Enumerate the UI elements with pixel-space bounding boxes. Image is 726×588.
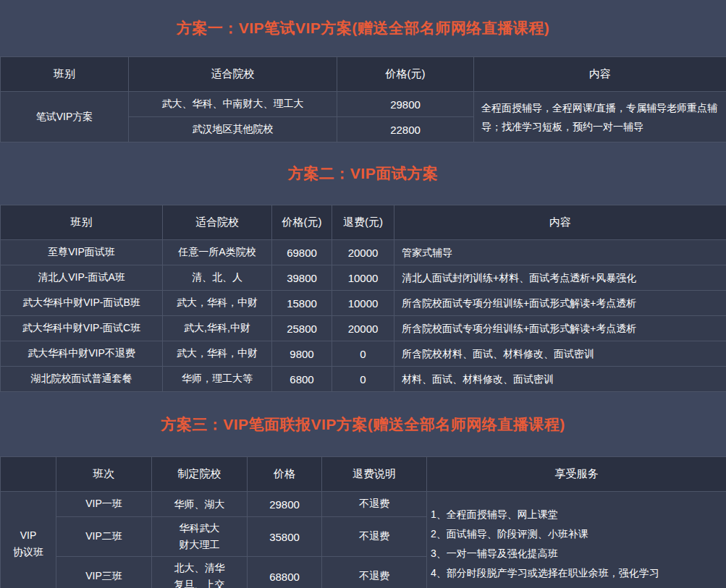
- group-label-cell: VIP 协议班: [1, 492, 56, 588]
- content-cell: 所含院校材料、面试、材料修改、面试密训: [394, 341, 726, 367]
- school-cell: 武大、华科、中南财大、理工大: [129, 92, 337, 117]
- class-name-cell: 湖北院校面试普通套餐: [1, 367, 163, 392]
- school-cell: 武汉地区其他院校: [129, 117, 337, 142]
- content-cell: 清北人面试封闭训练+材料、面试考点透析+风暴强化: [394, 265, 726, 291]
- school-cell: 华师、湖大: [152, 492, 248, 517]
- table-row: 武大华科中财VIP不退费 武大，华科，中财 9800 0 所含院校材料、面试、材…: [1, 341, 726, 367]
- school-cell: 任意一所A类院校: [163, 240, 272, 265]
- content-cell: 材料、面试、材料修改、面试密训: [394, 367, 726, 392]
- plan3-table: 班次 制定院校 价格 退费说明 享受服务 VIP 协议班 VIP一班 华师、湖大…: [0, 456, 726, 588]
- price-cell: 29800: [337, 92, 474, 117]
- school-cell: 华科武大 财大理工: [152, 517, 248, 557]
- plan2-header-row: 班别 适合院校 价格(元) 退费(元) 内容: [1, 205, 726, 240]
- table-row: 武大华科中财VIP-面试B班 武大，华科，中财 15800 10000 所含院校…: [1, 291, 726, 316]
- school-cell: 武大，华科，中财: [163, 291, 272, 316]
- price-cell: 69800: [272, 240, 332, 265]
- plan1-title: 方案一：VIP笔试VIP方案(赠送全部名师网络直播课程): [177, 18, 550, 38]
- table-row: 武大华科中财VIP-面试C班 武大,华科,中财 25800 20000 所含院校…: [1, 316, 726, 341]
- header-cell-price: 价格: [248, 457, 322, 492]
- price-cell: 25800: [272, 316, 332, 341]
- header-cell-school: 适合院校: [129, 57, 337, 92]
- header-cell-services: 享受服务: [427, 457, 726, 492]
- price-cell: 15800: [272, 291, 332, 316]
- header-cell-class: 班别: [1, 205, 163, 240]
- refund-cell: 不退费: [322, 492, 427, 517]
- header-cell-school: 制定院校: [152, 457, 248, 492]
- price-cell: 35800: [248, 517, 322, 557]
- refund-cell: 不退费: [322, 557, 427, 588]
- refund-cell: 不退费: [322, 517, 427, 557]
- content-cell: 管家式辅导: [394, 240, 726, 265]
- plan2-title-area: 方案二：VIP面试方案: [0, 142, 726, 205]
- refund-cell: 0: [332, 367, 394, 392]
- pricing-page: 方案一：VIP笔试VIP方案(赠送全部名师网络直播课程) 班别 适合院校 价格(…: [0, 0, 726, 588]
- table-row: VIP 协议班 VIP一班 华师、湖大 29800 不退费 1、全程面授辅导、网…: [1, 492, 726, 517]
- table-row: 笔试VIP方案 武大、华科、中南财大、理工大 29800 全程面授辅导，全程网课…: [1, 92, 726, 117]
- header-cell-group: [1, 457, 56, 492]
- class-name-cell: 笔试VIP方案: [1, 92, 129, 142]
- price-cell: 39800: [272, 265, 332, 291]
- refund-cell: 20000: [332, 316, 394, 341]
- school-cell: 北大、清华 复旦、上交: [152, 557, 248, 588]
- refund-cell: 10000: [332, 265, 394, 291]
- refund-cell: 10000: [332, 291, 394, 316]
- school-cell: 武大，华科，中财: [163, 341, 272, 367]
- table-row: 湖北院校面试普通套餐 华师，理工大等 6800 0 材料、面试、材料修改、面试密…: [1, 367, 726, 392]
- header-cell-class: 班次: [56, 457, 152, 492]
- header-cell-content: 内容: [474, 57, 726, 92]
- header-cell-school: 适合院校: [163, 205, 272, 240]
- header-cell-class: 班别: [1, 57, 129, 92]
- refund-cell: 0: [332, 341, 394, 367]
- content-cell: 所含院校面试专项分组训练+面试形式解读+考点透析: [394, 291, 726, 316]
- class-name-cell: 至尊VIP面试班: [1, 240, 163, 265]
- plan3-header-row: 班次 制定院校 价格 退费说明 享受服务: [1, 457, 726, 492]
- class-name-cell: 武大华科中财VIP-面试B班: [1, 291, 163, 316]
- plan1-table: 班别 适合院校 价格(元) 内容 笔试VIP方案 武大、华科、中南财大、理工大 …: [0, 56, 726, 142]
- school-cell: 清、北、人: [163, 265, 272, 291]
- plan1-header-row: 班别 适合院校 价格(元) 内容: [1, 57, 726, 92]
- header-cell-refund-note: 退费说明: [322, 457, 427, 492]
- school-cell: 华师，理工大等: [163, 367, 272, 392]
- services-cell: 1、全程面授辅导、网上课堂 2、面试辅导、阶段评测、小班补课 3、一对一辅导及强…: [427, 492, 726, 588]
- price-cell: 22800: [337, 117, 474, 142]
- class-name-cell: 武大华科中财VIP-面试C班: [1, 316, 163, 341]
- school-cell: 武大,华科,中财: [163, 316, 272, 341]
- table-row: 清北人VIP-面试A班 清、北、人 39800 10000 清北人面试封闭训练+…: [1, 265, 726, 291]
- header-cell-content: 内容: [394, 205, 726, 240]
- class-name-cell: VIP三班: [56, 557, 152, 588]
- refund-cell: 20000: [332, 240, 394, 265]
- plan3-title: 方案三：VIP笔面联报VIP方案(赠送全部名师网络直播课程): [161, 414, 565, 435]
- content-cell: 所含院校面试专项分组训练+面试形式解读+考点透析: [394, 316, 726, 341]
- plan2-table: 班别 适合院校 价格(元) 退费(元) 内容 至尊VIP面试班 任意一所A类院校…: [0, 205, 726, 392]
- class-name-cell: VIP一班: [56, 492, 152, 517]
- header-cell-price: 价格(元): [337, 57, 474, 92]
- plan2-title: 方案二：VIP面试方案: [288, 163, 438, 184]
- class-name-cell: 清北人VIP-面试A班: [1, 265, 163, 291]
- table-row: 至尊VIP面试班 任意一所A类院校 69800 20000 管家式辅导: [1, 240, 726, 265]
- plan1-title-area: 方案一：VIP笔试VIP方案(赠送全部名师网络直播课程): [0, 0, 726, 56]
- price-cell: 68800: [248, 557, 322, 588]
- class-name-cell: VIP二班: [56, 517, 152, 557]
- plan3-title-area: 方案三：VIP笔面联报VIP方案(赠送全部名师网络直播课程): [0, 392, 726, 456]
- header-cell-refund: 退费(元): [332, 205, 394, 240]
- header-cell-price: 价格(元): [272, 205, 332, 240]
- content-cell: 全程面授辅导，全程网课/直播，专属辅导老师重点辅导；找准学习短板，预约一对一辅导: [474, 92, 726, 142]
- price-cell: 29800: [248, 492, 322, 517]
- price-cell: 6800: [272, 367, 332, 392]
- price-cell: 9800: [272, 341, 332, 367]
- class-name-cell: 武大华科中财VIP不退费: [1, 341, 163, 367]
